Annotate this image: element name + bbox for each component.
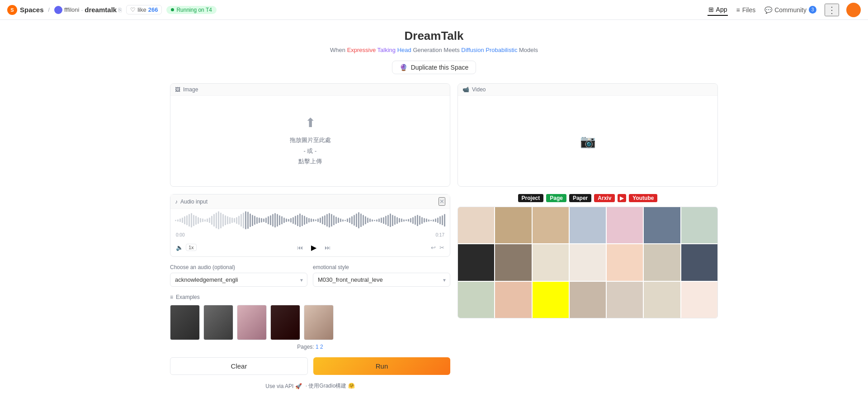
- scissors-button[interactable]: ✂: [439, 244, 444, 251]
- footer-links: Use via API 🚀 · 使用Gradio構建 🤗: [170, 382, 450, 390]
- face-cell-16[interactable]: [495, 282, 531, 318]
- heart-icon: ♡: [130, 6, 136, 13]
- fast-forward-button[interactable]: ⏭: [325, 244, 330, 251]
- page-1-link[interactable]: 1: [316, 344, 319, 350]
- repo-separator: ·: [81, 6, 83, 14]
- face-cell-15[interactable]: [458, 282, 494, 318]
- page-subtitle: When Expressive Talking Head Generation …: [170, 47, 698, 53]
- example-4-img: [271, 305, 300, 340]
- tab-files[interactable]: ≡ Files: [735, 5, 756, 15]
- user-avatar[interactable]: [846, 3, 861, 17]
- user-repo: fffiloni · dreamtalk ⎘: [54, 6, 122, 14]
- style-select-group: emotional style M030_front_neutral_leve …: [313, 264, 450, 287]
- like-badge[interactable]: ♡ like 266: [126, 5, 162, 14]
- youtube-badge[interactable]: Youtube: [629, 194, 657, 202]
- main-content: DreamTalk When Expressive Talking Head G…: [163, 20, 705, 406]
- tab-app[interactable]: ⊞ App: [708, 4, 728, 16]
- face-cell-1[interactable]: [458, 207, 494, 243]
- face-cell-10[interactable]: [533, 244, 569, 280]
- example-3[interactable]: [237, 305, 267, 340]
- face-cell-7[interactable]: [681, 207, 717, 243]
- running-badge: Running on T4: [166, 6, 217, 14]
- undo-button[interactable]: ↩: [431, 244, 436, 251]
- tab-community[interactable]: 💬 Community 3: [764, 4, 817, 15]
- spaces-icon: S: [7, 5, 17, 15]
- time-start: 0:00: [176, 232, 184, 237]
- pages-row: Pages: 1 2: [170, 344, 450, 350]
- face-cell-8[interactable]: [458, 244, 494, 280]
- face-cell-17[interactable]: [533, 282, 569, 318]
- spaces-logo[interactable]: S Spaces: [7, 5, 44, 15]
- footer-separator: · 使用Gradio構建 🤗: [306, 382, 355, 390]
- audio-controls-left: 🔈 1x: [176, 244, 197, 251]
- community-count: 3: [809, 6, 816, 14]
- volume-icon[interactable]: 🔈: [176, 244, 183, 251]
- page-2-link[interactable]: 2: [320, 344, 323, 350]
- face-cell-20[interactable]: [644, 282, 680, 318]
- user-name: fffiloni: [64, 6, 80, 13]
- repo-name: dreamtalk: [85, 6, 117, 14]
- project-badge[interactable]: Project: [518, 194, 544, 202]
- clear-button[interactable]: Clear: [170, 357, 308, 375]
- image-panel-label: Image: [183, 86, 198, 93]
- user-avatar-small: [54, 6, 62, 14]
- arxiv-badge[interactable]: Arxiv: [594, 194, 615, 202]
- page-badge[interactable]: Page: [546, 194, 566, 202]
- rewind-button[interactable]: ⏮: [297, 244, 303, 251]
- example-images-row: [170, 305, 450, 340]
- example-1[interactable]: [170, 305, 200, 340]
- example-2-img: [204, 305, 233, 340]
- face-cell-21[interactable]: [681, 282, 717, 318]
- face-cell-3[interactable]: [533, 207, 569, 243]
- face-cell-6[interactable]: [644, 207, 680, 243]
- youtube-icon: ▶: [618, 194, 626, 202]
- like-label: like: [137, 6, 146, 13]
- run-button[interactable]: Run: [313, 357, 450, 375]
- example-4[interactable]: [270, 305, 300, 340]
- example-3-img: [237, 305, 266, 340]
- face-cell-18[interactable]: [570, 282, 606, 318]
- upload-line2: - 或 -: [304, 147, 317, 154]
- face-cell-12[interactable]: [607, 244, 643, 280]
- play-button[interactable]: ▶: [307, 241, 320, 254]
- app-icon: ⊞: [708, 6, 714, 13]
- more-options-button[interactable]: ⋮: [825, 4, 839, 16]
- face-cell-11[interactable]: [570, 244, 606, 280]
- subtitle-head: Head: [397, 47, 411, 53]
- image-panel-icon: 🖼: [175, 86, 180, 93]
- face-grid: [458, 207, 718, 318]
- subtitle-diffusion: Diffusion: [461, 47, 484, 53]
- face-cell-14[interactable]: [681, 244, 717, 280]
- face-cell-5[interactable]: [607, 207, 643, 243]
- audio-controls-center: ⏮ ▶ ⏭: [297, 241, 330, 254]
- duplicate-space-button[interactable]: 🔮 Duplicate this Space: [392, 61, 476, 74]
- face-cell-13[interactable]: [644, 244, 680, 280]
- style-select-label: emotional style: [313, 264, 450, 270]
- image-upload-body[interactable]: ⬆ 拖放圖片至此處 - 或 - 點擊上傳: [170, 96, 450, 186]
- top-navigation: S Spaces / fffiloni · dreamtalk ⎘ ♡ like…: [0, 0, 868, 20]
- face-cell-9[interactable]: [495, 244, 531, 280]
- style-select[interactable]: M030_front_neutral_leve: [313, 273, 450, 287]
- upload-text: 拖放圖片至此處 - 或 - 點擊上傳: [290, 135, 331, 166]
- example-5[interactable]: [304, 305, 334, 340]
- running-label: Running on T4: [176, 7, 212, 13]
- upload-line1: 拖放圖片至此處: [290, 137, 331, 143]
- face-cell-19[interactable]: [607, 282, 643, 318]
- paper-badge[interactable]: Paper: [569, 194, 591, 202]
- audio-select[interactable]: acknowledgement_engli: [170, 273, 307, 287]
- face-cell-2[interactable]: [495, 207, 531, 243]
- right-column: 📹 Video 📷 Project Page Paper Arxiv ▶ You…: [458, 83, 718, 390]
- examples-section: ≡ Examples: [170, 294, 450, 350]
- audio-controls: 🔈 1x ⏮ ▶ ⏭ ↩ ✂: [170, 238, 450, 256]
- audio-close-button[interactable]: ✕: [439, 197, 445, 206]
- video-icon: 📹: [462, 86, 469, 93]
- api-link[interactable]: Use via API 🚀: [265, 383, 302, 389]
- upload-line3: 點擊上傳: [298, 158, 322, 165]
- nav-right: ⊞ App ≡ Files 💬 Community 3 ⋮: [708, 3, 861, 17]
- speed-badge[interactable]: 1x: [186, 244, 197, 251]
- upload-icon: ⬆: [305, 115, 316, 130]
- face-cell-4[interactable]: [570, 207, 606, 243]
- copy-icon[interactable]: ⎘: [118, 7, 122, 13]
- example-2[interactable]: [203, 305, 233, 340]
- audio-label: Audio input: [180, 199, 208, 205]
